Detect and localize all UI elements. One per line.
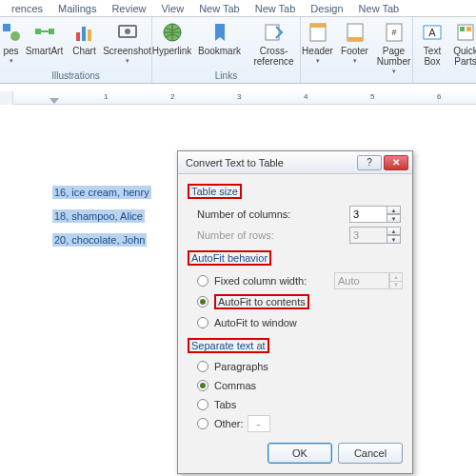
num-columns-label: Number of columns: xyxy=(197,208,349,220)
screenshot-button[interactable]: Screenshot▾ xyxy=(104,19,151,67)
radio-autofit-contents[interactable] xyxy=(197,296,208,307)
footer-icon xyxy=(344,21,367,44)
chart-icon xyxy=(73,21,96,44)
section-separate: Separate text at xyxy=(188,338,269,353)
svg-rect-0 xyxy=(3,24,10,31)
svg-rect-14 xyxy=(347,37,363,41)
group-illustrations: pes▾ SmartArt Chart Screenshot▾ Illustra… xyxy=(0,17,152,83)
tab-review[interactable]: Review xyxy=(104,1,153,16)
tab-newtab-3[interactable]: New Tab xyxy=(351,1,407,16)
convert-text-to-table-dialog: Convert Text to Table ? ✕ Table size Num… xyxy=(177,150,413,474)
smartart-button[interactable]: SmartArt xyxy=(24,19,66,58)
bookmark-icon xyxy=(208,21,231,44)
radio-tabs[interactable] xyxy=(197,399,208,410)
group-links: Hyperlink Bookmark Cross-reference Links xyxy=(152,17,301,83)
spin-down-icon[interactable]: ▼ xyxy=(387,214,401,223)
svg-rect-2 xyxy=(35,29,41,34)
dialog-title: Convert Text to Table xyxy=(186,157,355,169)
ruler: 1 2 3 4 5 6 xyxy=(0,91,476,105)
svg-rect-4 xyxy=(76,32,80,41)
quickparts-button[interactable]: Quick Parts xyxy=(449,19,476,69)
selected-text[interactable]: 16, ice cream, henry 18, shampoo, Alice … xyxy=(52,186,167,257)
svg-rect-5 xyxy=(82,27,86,41)
hyperlink-icon xyxy=(161,21,184,44)
svg-point-1 xyxy=(10,31,20,41)
selected-line: 20, chocolate, John xyxy=(52,233,147,247)
radio-fixed-width[interactable] xyxy=(197,275,208,287)
tab-newtab-1[interactable]: New Tab xyxy=(191,1,248,16)
group-headerfooter: Header▾ Footer▾ # Page Number▾ xyxy=(301,17,413,83)
svg-rect-21 xyxy=(466,27,471,31)
tab-design[interactable]: Design xyxy=(303,1,350,16)
shapes-icon xyxy=(0,21,23,44)
selected-line: 16, ice cream, henry xyxy=(52,186,151,199)
ribbon-tabs: rences Mailings Review View New Tab New … xyxy=(0,0,476,17)
radio-autofit-window[interactable] xyxy=(197,317,208,328)
group-text: A Text Box Quick Parts A Wo xyxy=(413,17,476,83)
chart-button[interactable]: Chart xyxy=(68,19,102,58)
textbox-button[interactable]: A Text Box xyxy=(417,19,447,69)
num-columns-input[interactable] xyxy=(349,206,387,223)
margin-indicator[interactable] xyxy=(50,98,59,104)
smartart-icon xyxy=(33,21,56,44)
commas-label: Commas xyxy=(214,380,256,391)
tab-mailings[interactable]: Mailings xyxy=(50,1,104,16)
autofit-contents-label: AutoFit to contents xyxy=(214,294,309,309)
header-icon xyxy=(307,21,329,44)
autofit-window-label: AutoFit to window xyxy=(214,317,403,328)
crossref-button[interactable]: Cross-reference xyxy=(245,19,304,69)
help-button[interactable]: ? xyxy=(357,155,382,170)
svg-rect-6 xyxy=(88,30,91,41)
other-input[interactable] xyxy=(248,415,270,432)
section-autofit: AutoFit behavior xyxy=(188,250,271,266)
ok-button[interactable]: OK xyxy=(268,443,332,464)
textbox-icon: A xyxy=(421,21,444,44)
screenshot-icon xyxy=(116,21,139,44)
close-button[interactable]: ✕ xyxy=(384,155,408,170)
num-rows-label: Number of rows: xyxy=(197,229,349,241)
svg-text:A: A xyxy=(428,27,436,38)
cancel-button[interactable]: Cancel xyxy=(338,443,403,464)
tab-references[interactable]: rences xyxy=(4,1,50,16)
footer-button[interactable]: Footer▾ xyxy=(338,19,372,67)
shapes-button[interactable]: pes▾ xyxy=(1,19,22,67)
svg-rect-12 xyxy=(310,24,326,28)
svg-text:#: # xyxy=(391,28,396,37)
pagenum-icon: # xyxy=(383,21,406,44)
radio-other[interactable] xyxy=(197,418,208,429)
section-table-size: Table size xyxy=(188,184,242,199)
radio-paragraphs[interactable] xyxy=(197,361,208,372)
tab-view[interactable]: View xyxy=(153,1,191,16)
spin-up-icon[interactable]: ▲ xyxy=(387,206,401,214)
paragraphs-label: Paragraphs xyxy=(214,361,268,372)
selected-line: 18, shampoo, Alice xyxy=(52,209,145,223)
hyperlink-button[interactable]: Hyperlink xyxy=(149,19,195,58)
fixed-width-value: Auto xyxy=(334,272,389,289)
bookmark-button[interactable]: Bookmark xyxy=(197,19,243,58)
svg-rect-3 xyxy=(49,29,54,34)
tabs-label: Tabs xyxy=(214,399,236,410)
num-rows-input xyxy=(349,227,387,244)
svg-rect-20 xyxy=(460,27,465,31)
radio-commas[interactable] xyxy=(197,380,208,391)
crossref-icon xyxy=(263,21,286,44)
header-button[interactable]: Header▾ xyxy=(300,19,336,67)
pagenum-button[interactable]: # Page Number▾ xyxy=(374,19,414,77)
tab-newtab-2[interactable]: New Tab xyxy=(248,1,304,16)
other-label: Other: xyxy=(214,418,244,429)
fixed-width-label: Fixed column width: xyxy=(214,275,330,287)
dialog-titlebar[interactable]: Convert Text to Table ? ✕ xyxy=(178,151,412,174)
svg-point-8 xyxy=(125,29,130,34)
num-columns-spinner[interactable]: ▲▼ xyxy=(349,206,403,223)
ribbon: pes▾ SmartArt Chart Screenshot▾ Illustra… xyxy=(0,17,476,84)
num-rows-spinner: ▲▼ xyxy=(349,227,403,244)
quickparts-icon xyxy=(454,21,476,44)
